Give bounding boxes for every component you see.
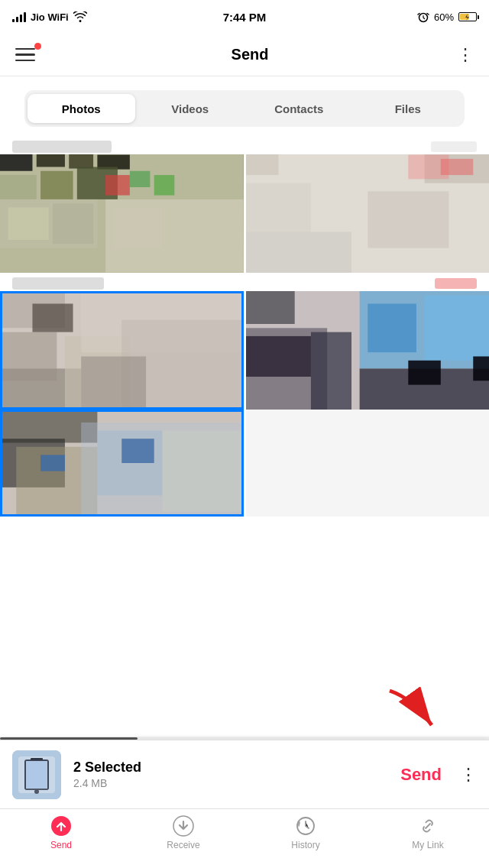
battery-icon — [458, 12, 477, 21]
bottom-nav: Send Receive History — [0, 808, 489, 868]
tab-files[interactable]: Files — [355, 94, 462, 123]
svg-rect-35 — [246, 291, 295, 324]
section-header-1 — [0, 138, 489, 154]
send-now-button[interactable]: Send — [394, 765, 448, 785]
svg-rect-59 — [26, 761, 47, 789]
svg-rect-24 — [246, 232, 351, 273]
svg-rect-23 — [246, 183, 311, 232]
svg-rect-3 — [37, 154, 65, 167]
status-right: 60% — [417, 11, 477, 23]
section-label-right-2 — [435, 278, 477, 289]
selection-thumbnail — [12, 750, 61, 799]
svg-rect-18 — [246, 154, 278, 175]
menu-notification-dot — [34, 43, 41, 50]
svg-rect-44 — [473, 356, 489, 381]
selection-more-button[interactable]: ⋮ — [460, 766, 477, 783]
svg-rect-38 — [310, 332, 351, 410]
svg-rect-11 — [53, 203, 93, 244]
tab-photos[interactable]: Photos — [28, 94, 135, 123]
page-title: Send — [232, 46, 269, 63]
tabs-container: Photos Videos Contacts Files — [24, 90, 465, 127]
svg-rect-54 — [40, 455, 65, 471]
arrow-pointer — [382, 683, 443, 740]
menu-line-2 — [15, 53, 35, 56]
svg-rect-21 — [440, 159, 472, 175]
svg-rect-12 — [105, 175, 130, 196]
status-time: 7:44 PM — [223, 11, 267, 24]
svg-rect-4 — [69, 154, 93, 169]
nav-item-mylink[interactable]: My Link — [367, 815, 489, 850]
section-label-2 — [12, 277, 104, 290]
svg-rect-60 — [31, 758, 43, 760]
photo-cell-1[interactable] — [0, 154, 244, 273]
svg-rect-52 — [121, 439, 154, 463]
svg-rect-32 — [32, 303, 73, 332]
photo-cell-4[interactable] — [246, 291, 490, 410]
svg-point-62 — [34, 789, 39, 794]
photo-cell-6[interactable] — [246, 410, 490, 517]
history-icon — [295, 815, 316, 837]
nav-item-send[interactable]: Send — [0, 815, 122, 850]
nav-label-send: Send — [50, 840, 72, 850]
menu-line-1 — [15, 48, 35, 50]
svg-rect-41 — [424, 296, 489, 361]
selected-size: 2.4 MB — [73, 777, 382, 789]
svg-rect-16 — [114, 208, 163, 248]
photo-cell-3[interactable] — [0, 291, 244, 410]
nav-label-mylink: My Link — [412, 840, 443, 850]
svg-rect-14 — [154, 175, 175, 196]
receive-icon — [173, 815, 194, 837]
link-icon — [417, 815, 439, 837]
svg-rect-13 — [130, 171, 151, 187]
section-label-right-1 — [431, 141, 477, 152]
section-header-2 — [0, 273, 489, 291]
svg-rect-53 — [162, 431, 243, 512]
svg-rect-33 — [81, 356, 146, 410]
send-icon — [50, 815, 72, 837]
nav-label-receive: Receive — [167, 840, 199, 850]
svg-rect-2 — [0, 154, 32, 171]
photo-cell-2[interactable] — [246, 154, 490, 273]
selection-bar: 2 Selected 2.4 MB Send ⋮ — [0, 740, 489, 808]
svg-rect-7 — [40, 171, 73, 199]
photo-grid — [0, 138, 489, 750]
menu-button[interactable] — [15, 41, 43, 69]
alarm-icon — [417, 11, 429, 23]
photo-cell-5[interactable] — [0, 410, 244, 517]
svg-rect-10 — [8, 208, 49, 240]
nav-item-receive[interactable]: Receive — [122, 815, 244, 850]
nav-item-history[interactable]: History — [244, 815, 367, 850]
tabs-wrapper: Photos Videos Contacts Files — [0, 76, 489, 138]
battery-percent: 60% — [434, 11, 454, 23]
svg-rect-6 — [0, 175, 37, 199]
menu-line-3 — [15, 60, 35, 62]
signal-icon — [12, 11, 26, 22]
nav-label-history: History — [291, 840, 319, 850]
section-label-1 — [12, 141, 112, 153]
svg-rect-43 — [408, 361, 440, 385]
selected-count: 2 Selected — [73, 760, 382, 776]
wifi-icon — [73, 11, 87, 22]
tab-contacts[interactable]: Contacts — [245, 94, 353, 123]
photo-row-3 — [0, 410, 489, 517]
status-left: Jio WiFi — [12, 11, 87, 23]
tab-videos[interactable]: Videos — [137, 94, 244, 123]
header: Send ⋮ — [0, 34, 489, 76]
more-options-button[interactable]: ⋮ — [457, 47, 474, 63]
photo-row-1 — [0, 154, 489, 273]
status-bar: Jio WiFi 7:44 PM 60% — [0, 0, 489, 34]
selection-info: 2 Selected 2.4 MB — [73, 760, 382, 789]
carrier-label: Jio WiFi — [31, 11, 69, 23]
svg-rect-40 — [368, 303, 416, 352]
svg-rect-37 — [246, 336, 311, 377]
svg-rect-22 — [368, 191, 449, 248]
photo-row-2 — [0, 291, 489, 410]
